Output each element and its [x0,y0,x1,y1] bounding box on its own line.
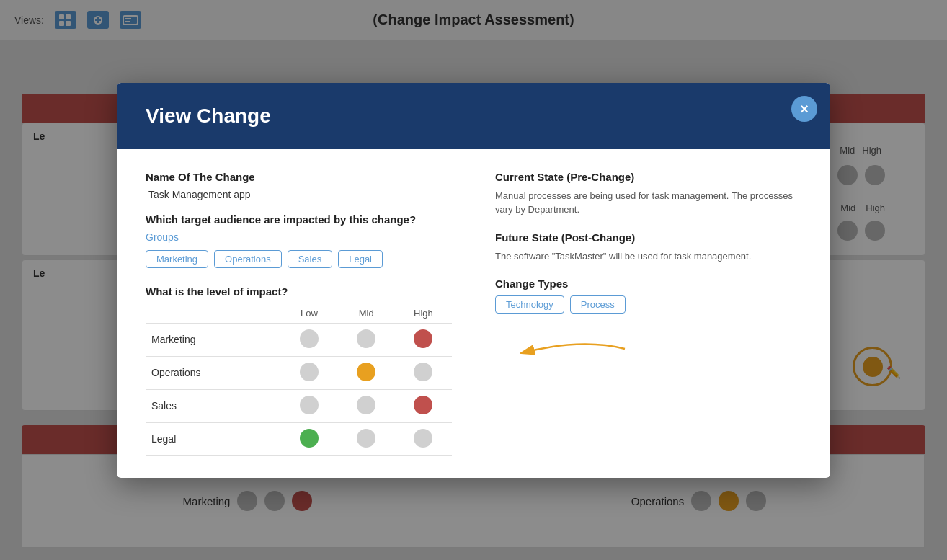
row-label-operations: Operations [146,356,280,389]
radio-legal-low[interactable] [280,422,337,455]
impact-row-operations: Operations [146,356,452,389]
tag-sales[interactable]: Sales [288,250,333,268]
modal-body: Name Of The Change Task Management app W… [117,149,830,478]
col-header-mid: Mid [338,303,395,324]
radio-operations-high[interactable] [395,356,452,389]
future-state-text: The software "TaskMaster" will be used f… [495,249,801,264]
radio-sales-low[interactable] [280,389,337,422]
impact-row-marketing: Marketing [146,323,452,356]
future-state-label: Future State (Post-Change) [495,231,801,244]
impact-table: Low Mid High Marketing [146,303,452,456]
tag-marketing[interactable]: Marketing [146,250,208,268]
radio-sales-mid[interactable] [338,389,395,422]
col-header-low: Low [280,303,337,324]
name-of-change-label: Name Of The Change [146,171,452,183]
col-header-empty [146,303,280,324]
modal-close-button[interactable]: × [791,96,817,122]
change-types-label: Change Types [495,277,801,290]
current-state-text: Manual processes are being used for task… [495,189,801,217]
radio-sales-high[interactable] [395,389,452,422]
audience-tags: Marketing Operations Sales Legal [146,250,452,268]
modal-overlay: × View Change Name Of The Change Task Ma… [0,0,947,560]
modal-right-column: Current State (Pre-Change) Manual proces… [495,171,801,456]
tag-operations[interactable]: Operations [214,250,282,268]
impact-level-label: What is the level of impact? [146,285,452,298]
row-label-sales: Sales [146,389,280,422]
radio-marketing-low[interactable] [280,323,337,356]
radio-legal-mid[interactable] [338,422,395,455]
annotation-arrow-svg [495,331,639,367]
modal-dialog: × View Change Name Of The Change Task Ma… [117,83,830,478]
groups-link[interactable]: Groups [146,231,452,243]
current-state-label: Current State (Pre-Change) [495,171,801,183]
modal-header: View Change [117,83,830,149]
annotation-container [495,331,801,370]
tag-legal[interactable]: Legal [338,250,383,268]
impact-row-legal: Legal [146,422,452,455]
target-audience-label: Which target audience are impacted by th… [146,213,452,226]
tag-process[interactable]: Process [570,295,626,314]
name-of-change-value: Task Management app [146,189,452,200]
change-type-tags: Technology Process [495,295,801,314]
modal-left-column: Name Of The Change Task Management app W… [146,171,452,456]
row-label-legal: Legal [146,422,280,455]
radio-legal-high[interactable] [395,422,452,455]
radio-marketing-high[interactable] [395,323,452,356]
col-header-high: High [395,303,452,324]
radio-operations-mid[interactable] [338,356,395,389]
row-label-marketing: Marketing [146,323,280,356]
radio-operations-low[interactable] [280,356,337,389]
radio-marketing-mid[interactable] [338,323,395,356]
impact-row-sales: Sales [146,389,452,422]
tag-technology[interactable]: Technology [495,295,564,314]
modal-title: View Change [146,105,801,128]
